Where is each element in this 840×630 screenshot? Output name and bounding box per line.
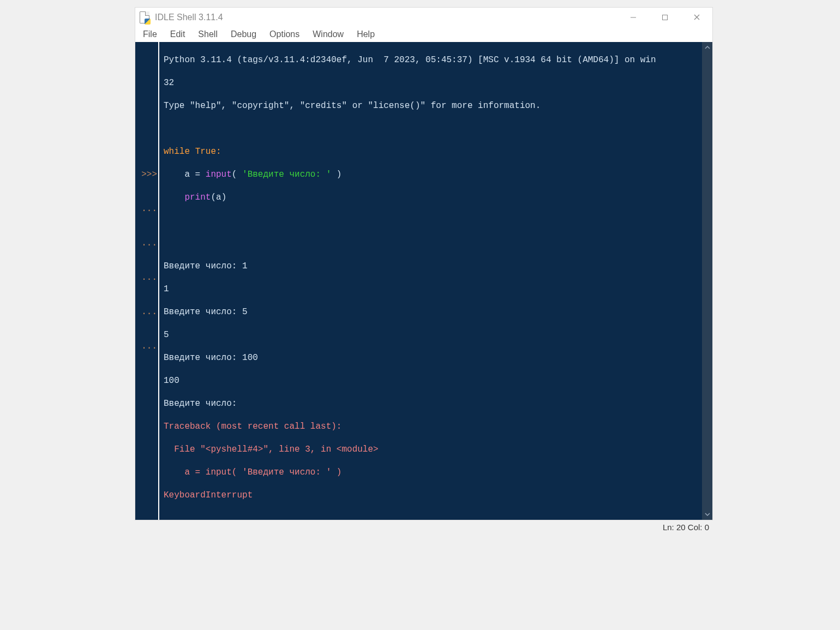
editor-area: >>> ... ... ... ... ... >>> Python 3.11.… — [135, 42, 712, 520]
io-line: 1 — [164, 284, 699, 295]
menu-file[interactable]: File — [137, 28, 163, 40]
io-line: Введите число: — [164, 398, 699, 410]
traceback-line: KeyboardInterrupt — [164, 490, 699, 501]
string-literal: 'Введите число: ' — [242, 170, 331, 179]
keyword-while: while — [164, 147, 190, 157]
code-line: a = input( 'Введите число: ' ) — [164, 169, 699, 181]
minimize-button[interactable] — [617, 8, 649, 27]
gutter-line — [135, 513, 158, 520]
blank-line — [164, 215, 699, 226]
io-line: 100 — [164, 375, 699, 387]
status-bar: Ln: 20 Col: 0 — [663, 523, 709, 532]
io-line: Введите число: 100 — [164, 352, 699, 364]
chevron-up-icon — [705, 45, 710, 50]
gutter-cont: ... — [135, 307, 158, 318]
gutter-cont: ... — [135, 341, 158, 352]
titlebar[interactable]: IDLE Shell 3.11.4 — [135, 8, 712, 27]
banner-line: 32 — [164, 77, 699, 89]
close-button[interactable] — [681, 8, 712, 27]
keyword-true: True — [195, 147, 216, 157]
builtin-print: print — [184, 193, 211, 202]
chevron-down-icon — [705, 512, 710, 517]
io-line: Введите число: 5 — [164, 307, 699, 318]
cursor-position: Ln: 20 Col: 0 — [663, 523, 709, 532]
indent — [164, 193, 184, 202]
menu-shell[interactable]: Shell — [193, 28, 223, 40]
menubar: File Edit Shell Debug Options Window Hel… — [135, 27, 712, 42]
idle-window: IDLE Shell 3.11.4 File Edit Shell Debug … — [135, 7, 713, 520]
window-title: IDLE Shell 3.11.4 — [155, 13, 223, 22]
minimize-icon — [630, 14, 637, 21]
colon: : — [216, 147, 221, 157]
gutter-line — [135, 375, 158, 387]
window-controls — [617, 8, 712, 27]
python-file-icon — [140, 11, 149, 23]
svg-rect-1 — [663, 15, 668, 20]
code-line: print(a) — [164, 192, 699, 203]
traceback-line: a = input( 'Введите число: ' ) — [164, 467, 699, 478]
prompt-gutter: >>> ... ... ... ... ... >>> — [135, 42, 159, 520]
banner-line: Python 3.11.4 (tags/v3.11.4:d2340ef, Jun… — [164, 55, 699, 66]
traceback-line: Traceback (most recent call last): — [164, 421, 699, 433]
menu-window[interactable]: Window — [307, 28, 349, 40]
gutter-line — [135, 478, 158, 490]
traceback-line: File "<pyshell#4>", line 3, in <module> — [164, 444, 699, 455]
scroll-down-button[interactable] — [702, 509, 712, 520]
gutter-line — [135, 66, 158, 77]
code-text: a = — [164, 170, 206, 179]
gutter-line — [135, 135, 158, 146]
gutter-prompt: >>> — [135, 169, 158, 181]
menu-help[interactable]: Help — [351, 28, 380, 40]
io-line: Введите число: 1 — [164, 261, 699, 272]
shell-text[interactable]: Python 3.11.4 (tags/v3.11.4:d2340ef, Jun… — [159, 42, 702, 520]
banner-line: Type "help", "copyright", "credits" or "… — [164, 100, 699, 112]
blank-line — [164, 238, 699, 249]
menu-edit[interactable]: Edit — [165, 28, 191, 40]
maximize-button[interactable] — [649, 8, 681, 27]
paren: ) — [331, 170, 341, 179]
blank-line — [164, 513, 699, 520]
close-icon — [693, 14, 700, 21]
code-text: (a) — [211, 193, 226, 202]
builtin-input: input — [206, 170, 232, 179]
paren: ( — [232, 170, 242, 179]
scroll-up-button[interactable] — [702, 42, 712, 53]
gutter-line — [135, 444, 158, 455]
gutter-cont: ... — [135, 272, 158, 284]
menu-debug[interactable]: Debug — [225, 28, 262, 40]
vertical-scrollbar[interactable] — [702, 42, 712, 520]
menu-options[interactable]: Options — [264, 28, 305, 40]
code-line: while True: — [164, 146, 699, 158]
gutter-cont: ... — [135, 238, 158, 249]
gutter-line — [135, 410, 158, 421]
gutter-line — [135, 100, 158, 112]
maximize-icon — [662, 14, 668, 21]
gutter-cont: ... — [135, 203, 158, 215]
io-line: 5 — [164, 329, 699, 341]
blank-line — [164, 123, 699, 135]
